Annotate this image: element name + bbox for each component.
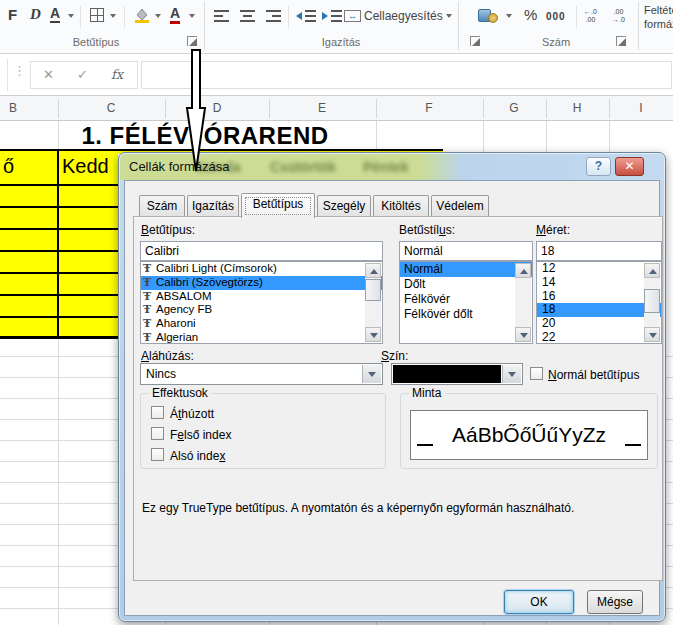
align-left-button[interactable] — [214, 10, 229, 22]
font-group-label: Betűtípus — [40, 36, 152, 48]
tab-szegely[interactable]: Szegély — [317, 195, 371, 217]
style-item[interactable]: Félkövér dőlt — [400, 307, 532, 322]
size-item[interactable]: 12 — [537, 262, 661, 276]
font-color-dropdown-icon[interactable] — [189, 14, 195, 18]
truetype-icon: Ŧ — [143, 262, 156, 276]
sample-groupbox: Minta AáBbŐőŰűYyZz — [400, 393, 658, 469]
enter-icon[interactable]: ✓ — [77, 67, 88, 82]
number-format-button[interactable] — [478, 8, 498, 23]
size-list-scrollbar[interactable] — [644, 263, 660, 342]
merge-dropdown-icon[interactable] — [446, 14, 452, 18]
increase-decimal-button[interactable]: ←.0.00 — [584, 8, 597, 24]
dialog-titlebar[interactable]: Szerda Csütörtök Péntek Cellák formázása… — [120, 154, 664, 180]
scroll-down-icon[interactable] — [365, 327, 381, 342]
tab-betutipus[interactable]: Betűtípus — [241, 193, 315, 218]
scroll-up-icon[interactable] — [515, 263, 531, 278]
column-header-e[interactable]: E — [318, 101, 326, 115]
size-list: 12 14 16 18 20 22 — [536, 261, 662, 344]
normal-font-checkbox[interactable] — [530, 367, 543, 380]
scroll-thumb[interactable] — [644, 289, 660, 313]
size-input[interactable]: 18 — [536, 241, 662, 261]
sheet-title-cell[interactable]: 1. FÉLÉVI ÓRAREND — [80, 121, 330, 151]
font-list-item[interactable]: ŦCalibri Light (Címsorok) — [141, 262, 382, 276]
size-item[interactable]: 16 — [537, 290, 661, 304]
insert-function-icon[interactable]: fx — [111, 67, 123, 82]
borders-dropdown-icon[interactable] — [110, 14, 116, 18]
conditional-formatting-button-line2[interactable]: formázá — [644, 18, 673, 30]
color-combobox[interactable] — [391, 363, 523, 385]
merge-cells-icon[interactable]: ↔ — [344, 10, 361, 22]
tab-vedelem[interactable]: Védelem — [431, 195, 489, 217]
tab-kitoltes[interactable]: Kitöltés — [373, 195, 429, 217]
size-item[interactable]: 14 — [537, 276, 661, 290]
scroll-down-icon[interactable] — [515, 327, 531, 342]
style-item[interactable]: Dőlt — [400, 277, 532, 292]
style-item-selected[interactable]: Normál — [400, 262, 532, 277]
merge-cells-button[interactable]: Cellaegyesítés — [364, 9, 443, 23]
font-list-item[interactable]: ŦAharoni — [141, 317, 382, 331]
timetable[interactable] — [0, 151, 118, 337]
strikethrough-label: Áthúzott — [170, 407, 214, 421]
font-list-item[interactable]: ŦAlgerian — [141, 331, 382, 344]
decrease-decimal-button[interactable]: .00→.0 — [612, 8, 625, 24]
italic-button[interactable]: D — [30, 6, 41, 23]
underline-combobox[interactable]: Nincs — [140, 363, 383, 385]
number-dialog-launcher[interactable] — [616, 36, 626, 46]
dropdown-button[interactable] — [502, 365, 521, 383]
scroll-up-icon[interactable] — [365, 263, 381, 278]
style-item[interactable]: Félkövér — [400, 292, 532, 307]
help-button[interactable]: ? — [586, 157, 611, 176]
subscript-checkbox[interactable] — [151, 448, 164, 461]
close-button[interactable]: ✕ — [615, 157, 644, 176]
size-item[interactable]: 22 — [537, 331, 661, 344]
cell-monday[interactable]: ő — [3, 155, 14, 178]
dropdown-button[interactable] — [362, 365, 381, 383]
font-list-item[interactable]: ŦABSALOM — [141, 290, 382, 304]
scroll-thumb[interactable] — [365, 279, 381, 301]
font-color-button[interactable]: A — [170, 6, 180, 24]
font-list-item[interactable]: ŦAgency FB — [141, 303, 382, 317]
sample-title: Minta — [409, 386, 444, 400]
cancel-icon[interactable]: ✕ — [43, 67, 54, 82]
tab-szam[interactable]: Szám — [139, 195, 185, 217]
font-name-input[interactable]: Calibri — [140, 241, 383, 261]
superscript-checkbox[interactable] — [151, 427, 164, 440]
increase-indent-button[interactable] — [322, 10, 342, 22]
align-right-button[interactable] — [266, 10, 281, 22]
underline-button[interactable]: A — [50, 6, 60, 23]
strikethrough-checkbox[interactable] — [151, 406, 164, 419]
scroll-up-icon[interactable] — [644, 263, 660, 278]
cancel-button[interactable]: Mégse — [587, 590, 643, 614]
percent-style-button[interactable]: % — [524, 6, 537, 23]
conditional-formatting-button[interactable]: Feltéte — [644, 4, 673, 16]
underline-dropdown-icon[interactable] — [68, 14, 74, 18]
column-header-d[interactable]: D — [213, 101, 222, 115]
tab-igazitas[interactable]: Igazítás — [187, 195, 239, 217]
align-center-button[interactable] — [240, 10, 255, 22]
size-item[interactable]: 20 — [537, 317, 661, 331]
size-item-selected[interactable]: 18 — [537, 303, 661, 317]
column-header-g[interactable]: G — [509, 101, 518, 115]
scroll-down-icon[interactable] — [644, 327, 660, 342]
fill-color-dropdown-icon[interactable] — [155, 14, 161, 18]
comma-style-button[interactable]: 000 — [546, 11, 566, 22]
column-header-h[interactable]: H — [573, 101, 582, 115]
cell-tuesday[interactable]: Kedd — [62, 155, 109, 178]
number-format-dropdown-icon[interactable] — [506, 14, 512, 18]
fill-color-button[interactable] — [133, 7, 151, 28]
column-header-c[interactable]: C — [107, 101, 116, 115]
ok-button[interactable]: OK — [504, 590, 574, 614]
font-style-input[interactable]: Normál — [399, 241, 533, 261]
font-list-item-selected[interactable]: ŦCalibri (Szövegtörzs) — [141, 276, 382, 290]
alignment-dialog-launcher[interactable] — [470, 36, 480, 46]
decrease-indent-button[interactable] — [296, 10, 316, 22]
style-list-scrollbar[interactable] — [515, 263, 531, 342]
font-dialog-launcher[interactable] — [187, 36, 197, 46]
font-list-scrollbar[interactable] — [365, 263, 381, 342]
column-header-f[interactable]: F — [425, 101, 432, 115]
column-header-i[interactable]: I — [639, 101, 642, 115]
formula-input[interactable] — [141, 61, 672, 89]
borders-button[interactable] — [90, 8, 104, 22]
column-header-b[interactable]: B — [9, 101, 17, 115]
bold-button[interactable]: F — [8, 6, 17, 23]
